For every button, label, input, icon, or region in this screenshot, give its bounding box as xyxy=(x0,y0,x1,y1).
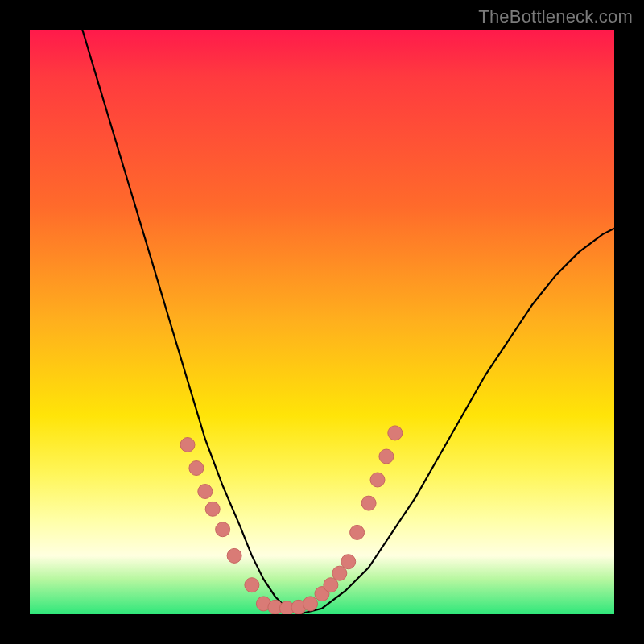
curve-marker xyxy=(341,555,356,569)
bottleneck-curve xyxy=(82,30,614,614)
curve-marker xyxy=(370,473,385,487)
curve-marker xyxy=(303,597,318,611)
curve-marker xyxy=(216,522,230,537)
curve-marker xyxy=(227,548,242,563)
curve-marker xyxy=(245,578,259,592)
curve-marker xyxy=(379,449,394,464)
plot-area xyxy=(30,30,614,614)
curve-marker xyxy=(361,496,376,510)
chart-frame: TheBottleneck.com xyxy=(0,0,644,644)
chart-markers xyxy=(180,426,402,614)
curve-marker xyxy=(189,461,204,476)
watermark-text: TheBottleneck.com xyxy=(478,6,633,27)
curve-marker xyxy=(388,426,402,440)
chart-overlay xyxy=(30,30,614,614)
curve-marker xyxy=(350,525,365,539)
curve-marker xyxy=(198,485,213,499)
curve-marker xyxy=(180,438,195,452)
curve-marker xyxy=(205,502,220,516)
